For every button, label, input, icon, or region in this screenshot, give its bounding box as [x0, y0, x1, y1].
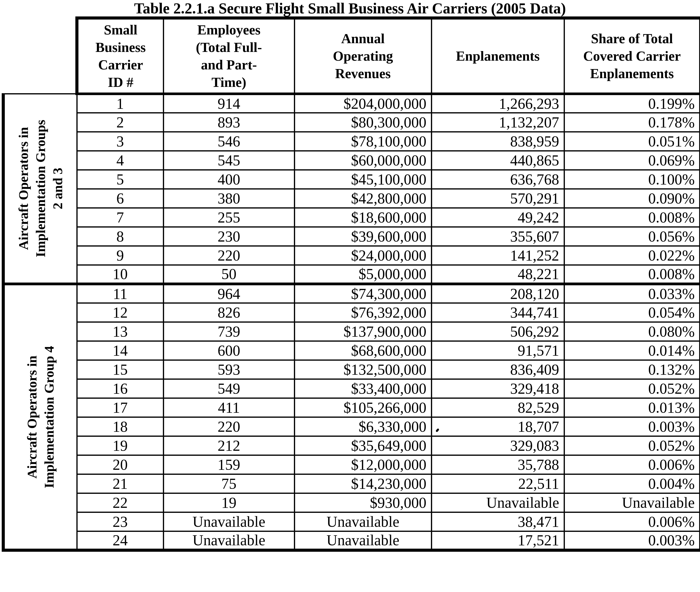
cell-id: 22	[77, 493, 163, 512]
header-annual-operating-revenues: Annual Operating Revenues	[294, 18, 431, 94]
table-row: 3 546 $78,100,000 838,959 0.051%	[3, 132, 700, 151]
table-row: 22 19 $930,000 Unavailable Unavailable	[3, 493, 700, 512]
cell-enplanements: 1,132,207	[431, 113, 564, 132]
cell-revenues: $105,266,000	[294, 398, 431, 417]
cell-enplanements: 440,865	[431, 151, 564, 170]
cell-share: 0.132%	[564, 360, 700, 379]
cell-enplanements: 636,768	[431, 170, 564, 189]
cell-share: 0.051%	[564, 132, 700, 151]
cell-id: 17	[77, 398, 163, 417]
table-row: 18 220 $6,330,000 18,707 0.003%	[3, 417, 700, 436]
table-row: 17 411 $105,266,000 82,529 0.013%	[3, 398, 700, 417]
cell-share: 0.033%	[564, 284, 700, 303]
cell-revenues: Unavailable	[294, 512, 431, 531]
cell-employees: 893	[163, 113, 294, 132]
cell-id: 5	[77, 170, 163, 189]
cell-share: 0.054%	[564, 303, 700, 322]
cell-share: 0.052%	[564, 379, 700, 398]
cell-id: 12	[77, 303, 163, 322]
cell-employees: 964	[163, 284, 294, 303]
cell-employees: Unavailable	[163, 512, 294, 531]
cell-id: 21	[77, 474, 163, 493]
table-row: 24 Unavailable Unavailable 17,521 0.003%	[3, 531, 700, 550]
cell-employees: 230	[163, 227, 294, 246]
cell-id: 19	[77, 436, 163, 455]
cell-enplanements: 38,471	[431, 512, 564, 531]
cell-enplanements: 1,266,293	[431, 94, 564, 113]
cell-share: Unavailable	[564, 493, 700, 512]
cell-employees: 411	[163, 398, 294, 417]
cell-revenues: $6,330,000	[294, 417, 431, 436]
cell-id: 3	[77, 132, 163, 151]
cell-id: 13	[77, 322, 163, 341]
cell-employees: 75	[163, 474, 294, 493]
table-row: 2 893 $80,300,000 1,132,207 0.178%	[3, 113, 700, 132]
cell-employees: 400	[163, 170, 294, 189]
table-row: 23 Unavailable Unavailable 38,471 0.006%	[3, 512, 700, 531]
cell-employees: 255	[163, 208, 294, 227]
header-employees: Employees (Total Full- and Part- Time)	[163, 18, 294, 94]
cell-id: 24	[77, 531, 163, 550]
cell-id: 4	[77, 151, 163, 170]
cell-employees: 212	[163, 436, 294, 455]
secure-flight-carriers-table: Small Business Carrier ID # Employees (T…	[2, 16, 700, 552]
cell-share: 0.056%	[564, 227, 700, 246]
cell-enplanements: 836,409	[431, 360, 564, 379]
cell-id: 8	[77, 227, 163, 246]
cell-share: 0.014%	[564, 341, 700, 360]
cell-employees: 220	[163, 417, 294, 436]
group-label-groups-2-and-3: Aircraft Operators in Implementation Gro…	[15, 99, 66, 279]
cell-revenues: $39,600,000	[294, 227, 431, 246]
header-row: Small Business Carrier ID # Employees (T…	[3, 18, 700, 94]
cell-id: 2	[77, 113, 163, 132]
cell-enplanements: 355,607	[431, 227, 564, 246]
cell-revenues: $35,649,000	[294, 436, 431, 455]
cell-revenues: $33,400,000	[294, 379, 431, 398]
cell-employees: 914	[163, 94, 294, 113]
cell-employees: 220	[163, 246, 294, 265]
cell-share: 0.003%	[564, 531, 700, 550]
cell-revenues: $45,100,000	[294, 170, 431, 189]
cell-share: 0.199%	[564, 94, 700, 113]
cell-share: 0.178%	[564, 113, 700, 132]
cell-id: 1	[77, 94, 163, 113]
cell-revenues: $14,230,000	[294, 474, 431, 493]
cell-share: 0.022%	[564, 246, 700, 265]
cell-employees: 545	[163, 151, 294, 170]
cell-employees: 826	[163, 303, 294, 322]
cell-id: 14	[77, 341, 163, 360]
cell-employees: 593	[163, 360, 294, 379]
cell-revenues: Unavailable	[294, 531, 431, 550]
cell-share: 0.052%	[564, 436, 700, 455]
header-share-of-total: Share of Total Covered Carrier Enplaneme…	[564, 18, 700, 94]
cell-revenues: $74,300,000	[294, 284, 431, 303]
vertical-label-wrap: Aircraft Operators in Implementation Gro…	[5, 94, 76, 283]
header-spacer	[3, 18, 77, 94]
cell-id: 23	[77, 512, 163, 531]
cell-revenues: $5,000,000	[294, 265, 431, 284]
cell-revenues: $204,000,000	[294, 94, 431, 113]
cell-enplanements: 82,529	[431, 398, 564, 417]
cell-revenues: $78,100,000	[294, 132, 431, 151]
cell-id: 16	[77, 379, 163, 398]
cell-enplanements: 18,707	[431, 417, 564, 436]
table-row: 13 739 $137,900,000 506,292 0.080%	[3, 322, 700, 341]
cell-enplanements: 570,291	[431, 189, 564, 208]
cell-enplanements: 141,252	[431, 246, 564, 265]
cell-share: 0.100%	[564, 170, 700, 189]
cell-share: 0.008%	[564, 208, 700, 227]
table-row: 12 826 $76,392,000 344,741 0.054%	[3, 303, 700, 322]
header-enplanements: Enplanements	[431, 18, 564, 94]
cell-employees: 380	[163, 189, 294, 208]
cell-id: 6	[77, 189, 163, 208]
group-label-cell-groups-2-and-3: Aircraft Operators in Implementation Gro…	[3, 94, 77, 284]
table-row: 21 75 $14,230,000 22,511 0.004%	[3, 474, 700, 493]
cell-revenues: $137,900,000	[294, 322, 431, 341]
cell-employees: 50	[163, 265, 294, 284]
cell-enplanements: 48,221	[431, 265, 564, 284]
header-carrier-id: Small Business Carrier ID #	[77, 18, 163, 94]
cell-employees: 739	[163, 322, 294, 341]
cell-revenues: $24,000,000	[294, 246, 431, 265]
cell-enplanements: 17,521	[431, 531, 564, 550]
cell-revenues: $132,500,000	[294, 360, 431, 379]
